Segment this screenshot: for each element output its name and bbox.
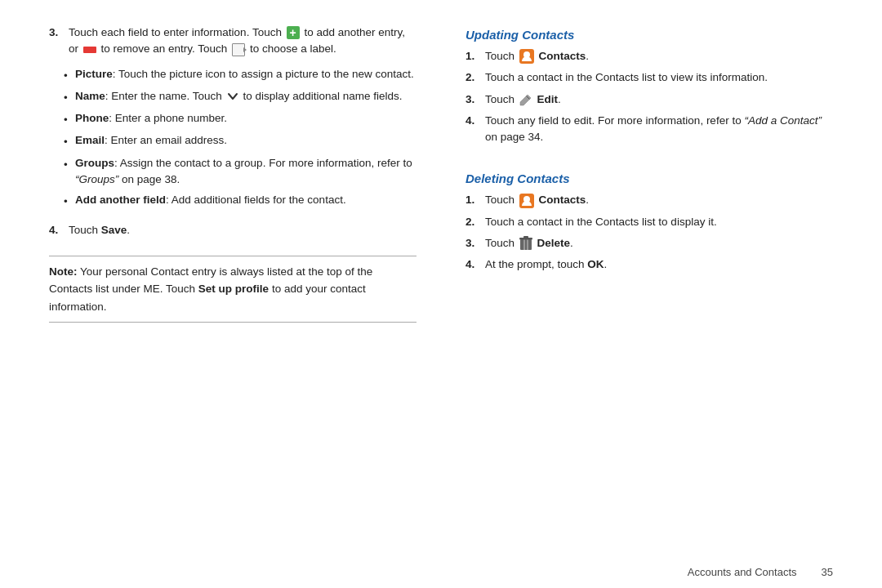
bullet-dot: • [64, 112, 70, 128]
bullet-name-after: to display additional name fields. [243, 90, 402, 102]
step-4: 4. Touch Save. [49, 222, 416, 238]
step-3-text-after-label: to choose a label. [250, 42, 336, 55]
bullet-name-content: Name: Enter the name. Touch to display a… [75, 88, 416, 106]
updating-step-4-text: Touch any field to edit. For more inform… [485, 114, 742, 127]
updating-step-3-bold: Edit [537, 93, 559, 105]
bullet-add-field: • Add another field: Add additional fiel… [64, 192, 416, 210]
bullet-picture-content: Picture: Touch the picture icon to assig… [75, 66, 416, 84]
bullet-name: • Name: Enter the name. Touch to display… [64, 88, 416, 106]
step-3: 3. Touch each field to enter information… [49, 24, 416, 58]
step-3-text-after-minus: to remove an entry. Touch [101, 42, 228, 55]
bullet-groups-text: : Assign the contact to a group. For mor… [114, 157, 412, 169]
minus-icon [83, 47, 96, 53]
bullet-add-field-content: Add another field: Add additional fields… [75, 192, 416, 210]
deleting-contacts-title: Deleting Contacts [466, 172, 833, 185]
note-bold: Set up profile [198, 283, 269, 295]
deleting-step-4-end: . [604, 258, 608, 270]
deleting-step-4-text: At the prompt, touch [485, 258, 585, 270]
svg-rect-0 [520, 239, 532, 250]
note-prefix: Note: [49, 265, 78, 278]
step-4-content: Touch Save. [69, 222, 416, 238]
bullet-name-label: Name [75, 90, 105, 102]
deleting-step-3-number: 3. [466, 235, 480, 252]
deleting-step-3-end: . [570, 237, 573, 249]
deleting-step-4-number: 4. [466, 256, 480, 273]
bullet-email-text: : Enter an email address. [105, 134, 227, 146]
bullet-phone-text: : Enter a phone number. [109, 112, 227, 124]
bullet-groups-page: on page 38. [122, 173, 180, 185]
deleting-step-2: 2. Touch a contact in the Contacts list … [466, 214, 833, 230]
bullet-email-label: Email [75, 134, 105, 146]
bullet-name-text: : Enter the name. Touch [105, 90, 222, 102]
updating-step-2-content: Touch a contact in the Contacts list to … [485, 69, 833, 86]
updating-step-4-number: 4. [466, 113, 480, 146]
footer-page: 35 [822, 566, 833, 578]
deleting-step-4-content: At the prompt, touch OK. [485, 256, 833, 273]
label-icon [232, 43, 245, 56]
footer-section: Accounts and Contacts [688, 566, 797, 578]
deleting-step-1-text: Touch [485, 194, 514, 206]
updating-step-1-bold: Contacts [539, 50, 586, 62]
bullet-phone-label: Phone [75, 112, 109, 124]
updating-steps: 1. Touch Contacts. 2. Touch a contact in… [466, 48, 833, 145]
svg-rect-2 [527, 239, 528, 250]
deleting-step-3: 3. Touch [466, 235, 833, 252]
svg-rect-1 [523, 239, 525, 250]
updating-step-1-number: 1. [466, 48, 480, 65]
footer: Accounts and Contacts 35 [0, 558, 882, 588]
updating-step-4-page: on page 34. [485, 131, 543, 143]
bullet-dot: • [64, 157, 70, 189]
deleting-step-2-number: 2. [466, 214, 480, 230]
updating-contacts-title: Updating Contacts [466, 28, 833, 42]
updating-step-4-link: “Add a Contact” [744, 114, 822, 127]
updating-step-2: 2. Touch a contact in the Contacts list … [466, 69, 833, 86]
bullet-groups-content: Groups: Assign the contact to a group. F… [75, 155, 416, 189]
bullet-email: • Email: Enter an email address. [64, 132, 416, 150]
step-3-number: 3. [49, 24, 64, 58]
deleting-step-4-bold: OK [587, 258, 604, 270]
bullet-dot: • [64, 90, 70, 106]
updating-step-1: 1. Touch Contacts. [466, 48, 833, 65]
chevron-down-icon [227, 91, 238, 102]
updating-step-2-number: 2. [466, 69, 480, 86]
step-3-content: Touch each field to enter information. T… [69, 24, 416, 58]
left-column: 3. Touch each field to enter information… [49, 24, 416, 541]
deleting-step-1-bold: Contacts [539, 194, 586, 206]
updating-step-4: 4. Touch any field to edit. For more inf… [466, 113, 833, 146]
bullet-phone-content: Phone: Enter a phone number. [75, 110, 416, 128]
bullet-dot: • [64, 134, 70, 150]
updating-step-4-content: Touch any field to edit. For more inform… [485, 113, 833, 146]
bullet-phone: • Phone: Enter a phone number. [64, 110, 416, 128]
page-container: 3. Touch each field to enter information… [0, 0, 882, 588]
svg-rect-4 [523, 236, 528, 238]
contacts-icon-deleting-1 [519, 194, 534, 208]
deleting-step-3-text: Touch [485, 237, 514, 249]
updating-contacts-section: Updating Contacts 1. Touch Contacts. 2. … [466, 24, 833, 150]
updating-step-3-number: 3. [466, 91, 480, 108]
step-4-end: . [127, 224, 130, 236]
note-box: Note: Your personal Contact entry is alw… [49, 256, 416, 323]
bullet-picture: • Picture: Touch the picture icon to ass… [64, 66, 416, 84]
step-4-number: 4. [49, 222, 64, 238]
updating-step-1-end: . [586, 50, 589, 62]
deleting-step-3-content: Touch Delete. [485, 235, 833, 252]
updating-step-3-content: Touch Edit. [485, 91, 833, 108]
delete-icon [519, 236, 532, 251]
deleting-contacts-section: Deleting Contacts 1. Touch Contacts. 2. … [466, 168, 833, 278]
deleting-steps: 1. Touch Contacts. 2. Touch a contact in… [466, 192, 833, 273]
step-4-bold: Save [101, 224, 127, 236]
bullet-list: • Picture: Touch the picture icon to ass… [64, 66, 416, 215]
contacts-icon-updating-1 [519, 49, 534, 64]
deleting-step-4: 4. At the prompt, touch OK. [466, 256, 833, 273]
deleting-step-3-bold: Delete [537, 237, 571, 249]
step-4-text: Touch [69, 224, 98, 236]
updating-step-1-text: Touch [485, 50, 514, 62]
updating-step-3: 3. Touch Edit. [466, 91, 833, 108]
bullet-dot: • [64, 68, 70, 84]
bullet-groups-link: “Groups” [75, 173, 118, 185]
plus-icon: + [287, 26, 300, 39]
bullet-groups-label: Groups [75, 157, 114, 169]
deleting-step-2-content: Touch a contact in the Contacts list to … [485, 214, 833, 230]
deleting-step-1-end: . [586, 194, 589, 206]
content-area: 3. Touch each field to enter information… [0, 0, 882, 558]
